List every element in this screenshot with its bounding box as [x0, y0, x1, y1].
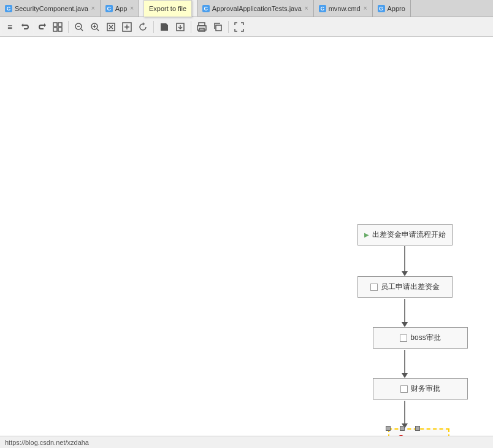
- tab-icon-5: C: [319, 5, 326, 12]
- tab-label-5: mvnw.cmd: [329, 5, 361, 12]
- svg-rect-1: [58, 23, 62, 26]
- tab-label-1: SecurityComponent.java: [15, 5, 88, 12]
- task2-label: boss审批: [410, 333, 440, 343]
- tab-close-1[interactable]: ×: [91, 5, 95, 12]
- arrowhead-2: [402, 322, 408, 327]
- status-bar: https://blog.csdn.net/xzdaha: [0, 436, 493, 448]
- svg-rect-20: [199, 28, 204, 30]
- tab-icon-4: C: [202, 5, 210, 12]
- toolbar-rotate-btn[interactable]: [136, 20, 150, 34]
- toolbar-select-btn[interactable]: [50, 20, 65, 34]
- tooltip-text: Export to file: [149, 5, 186, 12]
- svg-line-6: [81, 29, 83, 31]
- toolbar-copy-btn[interactable]: [210, 20, 225, 34]
- arrowhead-3: [402, 373, 408, 378]
- start-icon: ▶: [364, 231, 369, 238]
- canvas-area[interactable]: ▶ 出差资金申请流程开始 员工申请出差资金 boss审批 财务审批 EndEve…: [0, 37, 493, 436]
- tab-icon-2: C: [105, 5, 113, 12]
- tab-label-2: App: [115, 5, 128, 12]
- toolbar-save-btn[interactable]: [157, 20, 172, 34]
- svg-rect-3: [58, 28, 62, 31]
- svg-rect-21: [216, 25, 221, 31]
- tab-close-5[interactable]: ×: [364, 5, 367, 12]
- status-url: https://blog.csdn.net/xzdaha: [5, 439, 89, 446]
- tab-approval-tests[interactable]: C ApprovalApplicationTests.java ×: [197, 0, 314, 17]
- flow-diagram: ▶ 出差资金申请流程开始 员工申请出差资金 boss审批 财务审批 EndEve…: [0, 37, 493, 436]
- toolbar-export-btn[interactable]: [173, 20, 188, 34]
- end-label: EndEvent: [408, 435, 440, 436]
- toolbar-print-btn[interactable]: [194, 20, 209, 34]
- toolbar-fullscreen-btn[interactable]: [232, 20, 246, 34]
- node-start[interactable]: ▶ 出差资金申请流程开始: [357, 224, 453, 245]
- sep2: [153, 21, 154, 33]
- tab-security-component[interactable]: C SecurityComponent.java ×: [0, 0, 101, 17]
- tab-app[interactable]: C App ×: [101, 0, 139, 17]
- tab-close-4[interactable]: ×: [305, 5, 308, 12]
- toolbar-redo-btn[interactable]: [34, 20, 49, 34]
- selection-handle-tr: [415, 426, 420, 431]
- toolbar-menu-btn[interactable]: ≡: [2, 20, 17, 34]
- tab-bar: C SecurityComponent.java × C App × C rat…: [0, 0, 493, 17]
- toolbar-fit-btn[interactable]: [120, 20, 134, 34]
- sep1: [68, 21, 69, 33]
- tab-icon-1: C: [5, 5, 12, 12]
- toolbar-zoom-out-btn[interactable]: [72, 20, 86, 34]
- tab-close-2[interactable]: ×: [130, 5, 134, 12]
- toolbar-undo-btn[interactable]: [18, 20, 33, 34]
- task3-icon: [400, 385, 408, 393]
- sep3: [191, 21, 191, 33]
- sep4: [228, 21, 229, 33]
- toolbar-zoom-fit-btn[interactable]: [104, 20, 118, 34]
- svg-line-10: [97, 29, 99, 31]
- tab-mvnw[interactable]: C mvnw.cmd ×: [314, 0, 373, 17]
- task2-icon: [400, 334, 407, 342]
- task3-label: 财务审批: [411, 384, 440, 394]
- end-icon: [397, 435, 405, 436]
- node-task3[interactable]: 财务审批: [373, 378, 468, 400]
- svg-rect-0: [53, 23, 57, 26]
- task1-label: 员工申请出差资金: [381, 282, 440, 292]
- tab-label-4: ApprovalApplicationTests.java: [212, 5, 302, 12]
- node-task2[interactable]: boss审批: [373, 327, 468, 349]
- export-tooltip: Export to file: [143, 0, 192, 17]
- start-label: 出差资金申请流程开始: [372, 230, 446, 240]
- toolbar-zoom-in-btn[interactable]: [88, 20, 102, 34]
- svg-rect-2: [53, 28, 57, 31]
- selection-handle-tl: [386, 426, 391, 431]
- node-task1[interactable]: 员工申请出差资金: [357, 276, 453, 298]
- toolbar: ≡: [0, 17, 493, 37]
- task1-icon: [370, 284, 378, 291]
- selection-handle-tc: [400, 426, 405, 431]
- tab-icon-6: G: [378, 5, 385, 12]
- tab-label-6: Appro: [388, 5, 405, 12]
- tab-appro[interactable]: G Appro: [373, 0, 411, 17]
- arrowhead-1: [402, 271, 408, 276]
